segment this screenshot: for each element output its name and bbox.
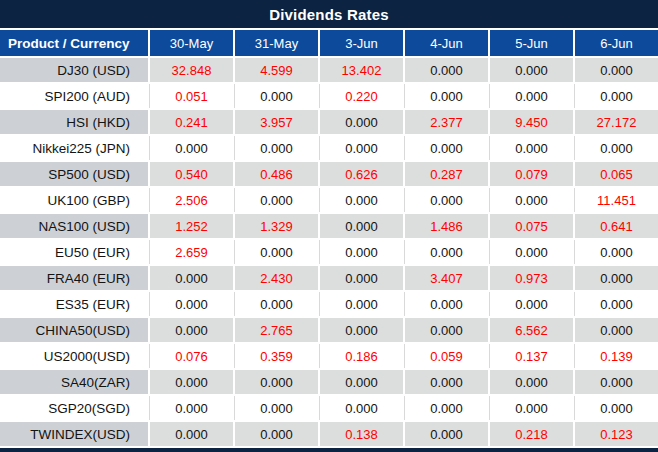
dividend-value: 0.123: [575, 422, 658, 446]
product-label: TWINDEX(USD): [0, 422, 148, 446]
dividend-value: 0.000: [490, 58, 573, 82]
table-row: SP500 (USD)0.5400.4860.6260.2870.0790.06…: [0, 162, 658, 186]
product-label: SPI200 (AUD): [0, 84, 148, 108]
dividend-value: 0.000: [235, 422, 318, 446]
dividend-value: 1.329: [235, 214, 318, 238]
dividend-value: 0.000: [320, 318, 403, 342]
dividend-value: 0.051: [150, 84, 233, 108]
table-row: SPI200 (AUD)0.0510.0000.2200.0000.0000.0…: [0, 84, 658, 108]
dividend-value: 0.000: [490, 188, 573, 212]
dividend-value: 0.000: [150, 266, 233, 290]
dividend-value: 0.000: [405, 84, 488, 108]
dividend-value: 0.000: [575, 84, 658, 108]
dividend-value: 0.000: [150, 422, 233, 446]
column-header-product: Product / Currency: [0, 30, 148, 56]
table-row: SGP20(SGD)0.0000.0000.0000.0000.0000.000: [0, 396, 658, 420]
dividend-value: 0.000: [405, 58, 488, 82]
dividend-value: 0.000: [575, 396, 658, 420]
dividend-value: 27.172: [575, 110, 658, 134]
dividend-value: 0.000: [235, 84, 318, 108]
column-header-date: 30-May: [150, 30, 233, 56]
table-row: HSI (HKD)0.2413.9570.0002.3779.45027.172: [0, 110, 658, 134]
product-label: Nikkei225 (JPN): [0, 136, 148, 160]
dividend-value: 0.000: [235, 240, 318, 264]
table-row: ES35 (EUR)0.0000.0000.0000.0000.0000.000: [0, 292, 658, 316]
dividend-value: 0.000: [490, 396, 573, 420]
dividend-value: 3.407: [405, 266, 488, 290]
product-label: UK100 (GBP): [0, 188, 148, 212]
dividend-value: 0.000: [490, 84, 573, 108]
dividend-value: 0.000: [490, 240, 573, 264]
dividend-value: 0.000: [320, 240, 403, 264]
dividend-value: 13.402: [320, 58, 403, 82]
dividend-value: 0.000: [150, 318, 233, 342]
dividend-value: 1.252: [150, 214, 233, 238]
table-row: US2000(USD)0.0760.3590.1860.0590.1370.13…: [0, 344, 658, 368]
product-label: NAS100 (USD): [0, 214, 148, 238]
product-label: US2000(USD): [0, 344, 148, 368]
dividend-value: 2.765: [235, 318, 318, 342]
dividend-value: 0.000: [405, 240, 488, 264]
column-header-date: 6-Jun: [575, 30, 658, 56]
table-row: Nikkei225 (JPN)0.0000.0000.0000.0000.000…: [0, 136, 658, 160]
column-header-date: 5-Jun: [490, 30, 573, 56]
dividend-value: 2.377: [405, 110, 488, 134]
dividend-value: 0.220: [320, 84, 403, 108]
dividend-value: 0.000: [320, 188, 403, 212]
dividend-value: 0.076: [150, 344, 233, 368]
dividend-value: 0.186: [320, 344, 403, 368]
dividend-value: 3.957: [235, 110, 318, 134]
dividend-value: 0.540: [150, 162, 233, 186]
dividend-value: 0.486: [235, 162, 318, 186]
table-header-row: Product / Currency 30-May31-May3-Jun4-Ju…: [0, 30, 658, 56]
dividend-value: 0.000: [490, 136, 573, 160]
dividend-value: 0.137: [490, 344, 573, 368]
dividend-value: 0.000: [235, 292, 318, 316]
dividend-value: 0.065: [575, 162, 658, 186]
dividend-value: 0.139: [575, 344, 658, 368]
dividend-value: 0.000: [405, 292, 488, 316]
dividend-value: 2.506: [150, 188, 233, 212]
dividend-value: 0.059: [405, 344, 488, 368]
dividend-value: 0.079: [490, 162, 573, 186]
dividend-value: 4.599: [235, 58, 318, 82]
dividend-value: 0.000: [320, 136, 403, 160]
dividend-value: 0.641: [575, 214, 658, 238]
bottom-border: [0, 448, 658, 452]
table-row: UK100 (GBP)2.5060.0000.0000.0000.00011.4…: [0, 188, 658, 212]
column-header-date: 31-May: [235, 30, 318, 56]
product-label: ES35 (EUR): [0, 292, 148, 316]
dividend-value: 0.000: [575, 58, 658, 82]
dividend-value: 0.000: [320, 110, 403, 134]
dividend-value: 2.659: [150, 240, 233, 264]
dividend-value: 0.000: [320, 370, 403, 394]
product-label: SGP20(SGD): [0, 396, 148, 420]
dividend-value: 0.000: [575, 240, 658, 264]
dividend-value: 0.000: [490, 292, 573, 316]
table-row: EU50 (EUR)2.6590.0000.0000.0000.0000.000: [0, 240, 658, 264]
dividend-value: 0.287: [405, 162, 488, 186]
dividend-value: 0.000: [490, 370, 573, 394]
dividend-value: 0.000: [320, 292, 403, 316]
table-body: DJ30 (USD)32.8484.59913.4020.0000.0000.0…: [0, 58, 658, 446]
table-row: CHINA50(USD)0.0002.7650.0000.0006.5620.0…: [0, 318, 658, 342]
dividend-value: 0.000: [405, 396, 488, 420]
dividend-value: 0.000: [235, 396, 318, 420]
product-label: FRA40 (EUR): [0, 266, 148, 290]
dividend-value: 0.000: [405, 318, 488, 342]
dividend-value: 0.000: [235, 136, 318, 160]
dividend-value: 0.000: [405, 370, 488, 394]
dividend-value: 6.562: [490, 318, 573, 342]
product-label: EU50 (EUR): [0, 240, 148, 264]
dividend-value: 0.000: [150, 136, 233, 160]
dividend-value: 0.973: [490, 266, 573, 290]
dividend-value: 0.000: [575, 292, 658, 316]
product-label: SP500 (USD): [0, 162, 148, 186]
dividend-value: 0.000: [575, 266, 658, 290]
dividend-value: 0.138: [320, 422, 403, 446]
panel-title: Dividends Rates: [0, 0, 658, 28]
dividend-value: 0.626: [320, 162, 403, 186]
dividend-value: 0.000: [405, 136, 488, 160]
dividend-value: 0.000: [235, 370, 318, 394]
table-row: TWINDEX(USD)0.0000.0000.1380.0000.2180.1…: [0, 422, 658, 446]
